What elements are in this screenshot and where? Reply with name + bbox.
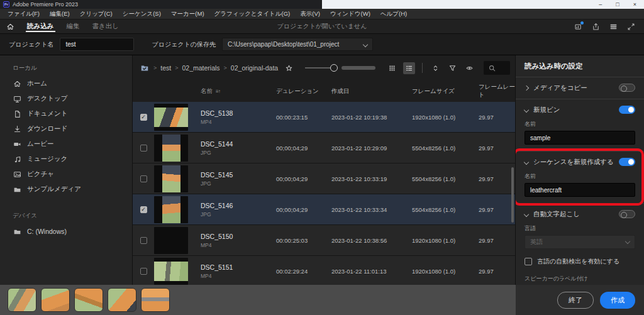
row-checkbox[interactable]	[140, 268, 147, 275]
sidebar-item[interactable]: ダウンロード	[13, 121, 132, 136]
close-import-button[interactable]: 終了	[557, 292, 594, 309]
table-row[interactable]: DSC_5150 MP4 00:00:25:03 2023-01-22 10:3…	[133, 225, 515, 256]
filter-icon[interactable]	[447, 62, 458, 74]
progress-dashboard-icon[interactable]	[574, 23, 582, 31]
slider-handle[interactable]	[330, 64, 338, 72]
sidebar-item[interactable]: C: (Windows)	[13, 224, 132, 239]
table-row[interactable]: DSC_5144 JPG 00;00;04;29 2023-01-22 10:2…	[133, 133, 515, 163]
clip-thumbnail[interactable]	[154, 135, 188, 162]
menu-item[interactable]: クリップ(C)	[75, 10, 118, 18]
close-button[interactable]: ×	[633, 2, 636, 8]
copy-media-toggle[interactable]	[619, 84, 635, 92]
chevron-down-icon[interactable]	[524, 159, 529, 164]
menu-bar: ファイル(F)編集(E)クリップ(C)シーケンス(S)マーカー(M)グラフィック…	[0, 9, 644, 19]
sidebar-item[interactable]: ムービー	[13, 136, 132, 152]
table-row[interactable]: ✓ DSC_5138 MP4 00:00:23:15 2023-01-22 10…	[133, 102, 515, 133]
column-created[interactable]: 作成日	[331, 87, 412, 96]
project-settings-row: プロジェクト名 プロジェクトの保存先 C:\Users\papap\Deskto…	[0, 34, 644, 55]
vertical-scrollbar[interactable]	[511, 167, 514, 223]
menu-item[interactable]: シーケンス(S)	[118, 10, 166, 18]
preview-eye-icon[interactable]	[464, 62, 475, 74]
search-box[interactable]	[484, 61, 510, 75]
menu-item[interactable]: グラフィックとタイトル(G)	[209, 10, 296, 18]
clip-thumbnail[interactable]	[154, 196, 188, 223]
chevron-down-icon[interactable]	[524, 211, 529, 216]
menu-item[interactable]: マーカー(M)	[166, 10, 209, 18]
create-button[interactable]: 作成	[600, 292, 635, 309]
sidebar-item[interactable]: ホーム	[13, 76, 132, 91]
favorite-star-icon[interactable]	[285, 64, 293, 72]
row-checkbox[interactable]	[140, 145, 147, 152]
sidebar-item[interactable]: デスクトップ	[13, 91, 132, 106]
search-input[interactable]	[499, 65, 506, 72]
row-checkbox[interactable]	[140, 237, 147, 244]
menu-item[interactable]: ヘルプ(H)	[375, 10, 412, 18]
project-location-select[interactable]: C:\Users\papap\Desktop\test\01_project	[222, 38, 373, 51]
new-sequence-toggle[interactable]	[619, 158, 635, 166]
chevron-right-icon[interactable]	[524, 85, 529, 90]
breadcrumb-item[interactable]: 02_original-data	[231, 64, 278, 72]
clip-duration: 00:02:29:24	[276, 268, 331, 275]
fullscreen-icon[interactable]	[627, 23, 635, 31]
project-name-input[interactable]	[60, 38, 134, 51]
auto-transcribe-toggle[interactable]	[619, 210, 635, 218]
menu-item[interactable]: 表示(V)	[295, 10, 325, 18]
thumbnail-size-slider[interactable]	[305, 64, 375, 72]
clip-thumbnail[interactable]	[154, 227, 188, 254]
selected-clip-thumbnail[interactable]	[108, 288, 136, 312]
row-checkbox[interactable]: ✓	[140, 206, 147, 213]
clip-frame-rate: 29.97	[479, 145, 515, 152]
sidebar-item-label: サンプルメディア	[27, 185, 81, 194]
sidebar-item-label: ピクチャ	[27, 170, 54, 179]
selected-clip-thumbnail[interactable]	[41, 288, 70, 312]
workspaces-icon[interactable]	[609, 23, 618, 31]
minimize-button[interactable]: –	[599, 2, 602, 8]
selected-clip-thumbnail[interactable]	[141, 288, 170, 312]
detect-language-label: 言語の自動検出を有効にする	[537, 257, 619, 266]
clip-frame-size: 5504x8256 (1.0)	[412, 175, 479, 182]
sidebar-item[interactable]: ピクチャ	[13, 167, 132, 182]
breadcrumb-item[interactable]: test	[160, 64, 171, 72]
clip-thumbnail[interactable]	[154, 104, 188, 131]
clip-thumbnail[interactable]	[154, 165, 188, 192]
table-row[interactable]: DSC_5151 MP4 00:02:29:24 2023-01-22 11:0…	[133, 256, 515, 285]
row-checkbox[interactable]: ✓	[140, 114, 147, 121]
sort-icon[interactable]	[430, 62, 441, 74]
breadcrumb-separator: >	[174, 65, 179, 71]
sidebar-item[interactable]: ミュージック	[13, 152, 132, 167]
sidebar-item-label: ダウンロード	[27, 124, 67, 133]
column-frame-rate[interactable]: フレームレート	[479, 83, 515, 99]
language-select[interactable]: 英語	[525, 235, 635, 249]
list-view-icon[interactable]	[403, 62, 415, 74]
column-frame-size[interactable]: フレームサイズ	[412, 87, 479, 96]
bin-name-input[interactable]	[525, 131, 635, 145]
mode-tab[interactable]: 編集	[60, 19, 86, 33]
mode-tab[interactable]: 書き出し	[86, 19, 126, 33]
quick-export-icon[interactable]	[592, 23, 600, 31]
selected-clip-thumbnail[interactable]	[8, 288, 36, 312]
sequence-name-input[interactable]	[525, 183, 635, 197]
row-checkbox[interactable]	[140, 175, 147, 182]
breadcrumb-item[interactable]: 02_materials	[182, 64, 219, 72]
table-row[interactable]: DSC_5145 JPG 00;00;04;29 2023-01-22 10:3…	[133, 163, 515, 194]
maximize-button[interactable]: □	[616, 2, 619, 8]
selected-clip-thumbnail[interactable]	[74, 288, 103, 312]
clip-created: 2023-01-22 10:29:09	[331, 145, 412, 152]
column-name[interactable]: 名前	[201, 87, 213, 96]
new-bin-toggle[interactable]	[619, 106, 635, 114]
breadcrumb-separator: >	[223, 65, 228, 71]
mode-tab[interactable]: 読み込み	[21, 19, 60, 33]
menu-item[interactable]: ウィンドウ(W)	[325, 10, 375, 18]
grid-view-icon[interactable]	[386, 62, 398, 74]
home-tab-icon[interactable]	[6, 23, 14, 31]
detect-language-checkbox[interactable]	[525, 258, 532, 265]
menu-item[interactable]: 編集(E)	[45, 10, 75, 18]
column-duration[interactable]: デュレーション	[276, 87, 331, 96]
clip-thumbnail[interactable]	[154, 258, 188, 285]
sidebar-item[interactable]: サンプルメディア	[13, 182, 132, 197]
chevron-down-icon[interactable]	[524, 107, 529, 112]
table-row[interactable]: ✓ DSC_5146 JPG 00;00;04;29 2023-01-22 10…	[133, 194, 515, 225]
menu-item[interactable]: ファイル(F)	[3, 10, 45, 18]
sidebar-item[interactable]: ドキュメント	[13, 106, 132, 121]
folder-check-icon[interactable]	[140, 64, 149, 72]
